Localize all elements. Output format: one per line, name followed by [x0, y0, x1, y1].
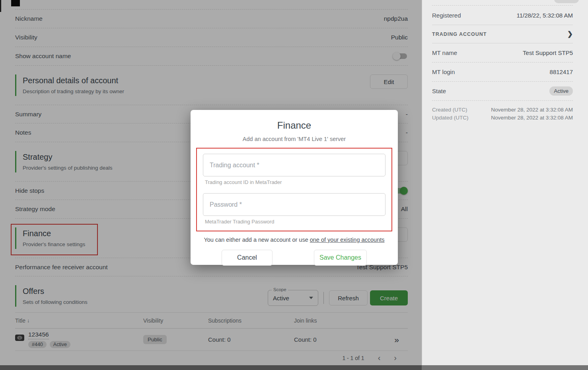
save-changes-button[interactable]: Save Changes	[314, 250, 367, 266]
registered-label: Registered	[432, 12, 461, 19]
state-label: State	[432, 88, 446, 94]
updated-line: Updated (UTC) November 28, 2022 at 3:32:…	[432, 114, 573, 122]
inputs-highlight-box: Trading account ID in MetaTrader MetaTra…	[196, 148, 392, 231]
modal-subtitle: Add an account from 'MT4 Live 1' server	[191, 136, 398, 142]
updated-value: November 28, 2022 at 3:32:08 AM	[491, 114, 573, 122]
page: Nickname npdp2ua Visibility Public Show …	[0, 0, 588, 370]
modal-actions: Cancel Save Changes	[191, 250, 398, 266]
password-input[interactable]	[203, 193, 386, 216]
trading-account-section-header[interactable]: TRADING ACCOUNT ❯	[432, 25, 573, 43]
password-helper: MetaTrader Trading Password	[205, 219, 386, 225]
chevron-right-icon: ❯	[567, 30, 573, 38]
row-mt-login: MT login 8812417	[432, 63, 573, 82]
cancel-button[interactable]: Cancel	[222, 250, 273, 266]
mt-login-label: MT login	[432, 69, 455, 75]
finance-modal: Finance Add an account from 'MT4 Live 1'…	[191, 110, 398, 265]
timestamps-block: Created (UTC) November 28, 2022 at 3:32:…	[432, 101, 573, 127]
mt-name-label: MT name	[432, 49, 457, 56]
modal-title: Finance	[191, 120, 398, 131]
existing-accounts-link[interactable]: one of your existing accounts	[310, 237, 385, 243]
row-state: State Active	[432, 82, 573, 101]
created-line: Created (UTC) November 28, 2022 at 3:32:…	[432, 106, 573, 114]
info-sidebar: Registered 11/28/22, 5:32:08 AM TRADING …	[422, 0, 588, 365]
updated-label: Updated (UTC)	[432, 114, 469, 122]
trading-account-header-label: TRADING ACCOUNT	[432, 31, 487, 37]
created-label: Created (UTC)	[432, 106, 467, 114]
created-value: November 28, 2022 at 3:32:08 AM	[491, 106, 573, 114]
mt-name-value: Test Support STP5	[523, 49, 573, 56]
modal-hint: You can either add a new account or useo…	[191, 237, 398, 243]
partial-badge	[554, 0, 579, 3]
row-mt-name: MT name Test Support STP5	[432, 43, 573, 63]
trading-account-helper: Trading account ID in MetaTrader	[205, 179, 386, 185]
spacer	[203, 185, 386, 193]
row-registered: Registered 11/28/22, 5:32:08 AM	[432, 6, 573, 25]
mt-login-value: 8812417	[550, 69, 573, 75]
state-badge: Active	[549, 86, 573, 96]
registered-value: 11/28/22, 5:32:08 AM	[517, 12, 573, 19]
hint-text: You can either add a new account or use	[204, 237, 308, 243]
trading-account-input[interactable]	[203, 154, 386, 176]
